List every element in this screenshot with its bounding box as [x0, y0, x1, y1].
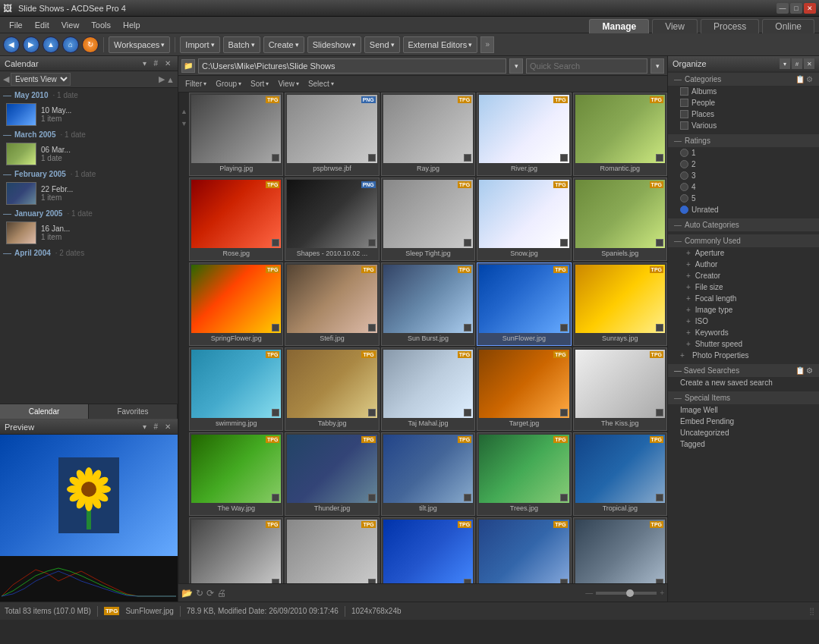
sub-iso[interactable]: ISO: [668, 316, 819, 327]
calendar-month-feb2005[interactable]: — February 2005 · 1 date: [0, 167, 178, 181]
menu-help[interactable]: Help: [117, 19, 146, 31]
expand-icon[interactable]: ▲: [166, 75, 175, 84]
external-editors-dropdown[interactable]: External Editors: [403, 36, 478, 53]
item-checkbox[interactable]: [272, 239, 279, 247]
commonly-used-header[interactable]: Commonly Used: [668, 234, 819, 247]
category-albums[interactable]: Albums: [668, 86, 819, 97]
item-checkbox[interactable]: [560, 409, 568, 416]
item-checkbox[interactable]: [272, 154, 279, 162]
nav-left-icon[interactable]: ◀: [3, 74, 9, 84]
grid-item-the-kiss-jpg[interactable]: TPGThe Kiss.jpg: [573, 347, 667, 431]
organize-menu-icon[interactable]: ▾: [780, 58, 790, 69]
tab-calendar[interactable]: Calendar: [0, 404, 89, 419]
grid-item-river-jpg[interactable]: TPGRiver.jpg: [477, 93, 571, 176]
home-button[interactable]: ⌂: [62, 36, 79, 53]
grid-item-trees-jpg[interactable]: TPGTrees.jpg: [477, 432, 571, 516]
grid-item-thunder-jpg[interactable]: TPGThunder.jpg: [285, 432, 379, 516]
rating-5[interactable]: 5: [668, 193, 819, 204]
search-dropdown-btn[interactable]: ▾: [650, 58, 664, 74]
item-checkbox[interactable]: [464, 494, 471, 501]
calendar-pin-icon[interactable]: #: [151, 58, 160, 68]
radio-4[interactable]: [680, 183, 688, 191]
item-checkbox[interactable]: [368, 409, 376, 416]
categories-add-icon[interactable]: 📋: [795, 75, 805, 83]
grid-item-rose-jpg[interactable]: TPGRose.jpg: [189, 177, 283, 261]
tab-process[interactable]: Process: [701, 19, 759, 33]
item-checkbox[interactable]: [656, 239, 663, 247]
sub-imagetype[interactable]: Image type: [668, 304, 819, 316]
calendar-month-mar2005[interactable]: — March 2005 · 1 date: [0, 127, 178, 141]
calendar-month-apr2004[interactable]: — April 2004 · 2 dates: [0, 246, 178, 259]
radio-unrated[interactable]: [680, 206, 688, 214]
grid-item-stefi-jpg[interactable]: TPGStefi.jpg: [285, 262, 379, 346]
grid-item-sunflower-jpg[interactable]: TPGSunFlower.jpg: [477, 262, 571, 346]
checkbox-various[interactable]: [680, 121, 688, 130]
sub-focallength[interactable]: Focal length: [668, 293, 819, 304]
minimize-button[interactable]: —: [776, 3, 789, 14]
zoom-slider[interactable]: [596, 592, 657, 595]
calendar-item-may10[interactable]: 10 May... 1 item: [0, 102, 178, 127]
calendar-menu-icon[interactable]: ▾: [140, 58, 149, 68]
category-people[interactable]: People: [668, 97, 819, 108]
preview-menu-icon[interactable]: ▾: [140, 422, 149, 432]
sub-shutterspeed[interactable]: Shutter speed: [668, 338, 819, 350]
special-embed-pending[interactable]: Embed Pending: [668, 416, 819, 427]
rating-2[interactable]: 2: [668, 159, 819, 170]
path-input[interactable]: [198, 58, 506, 74]
item-checkbox[interactable]: [560, 324, 568, 331]
item-checkbox[interactable]: [560, 239, 568, 247]
grid-item-up-jpg[interactable]: TPGUp.jpg: [477, 517, 571, 583]
menu-file[interactable]: File: [3, 19, 29, 31]
item-checkbox[interactable]: [368, 239, 376, 247]
calendar-month-may2010[interactable]: — May 2010 · 1 date: [0, 88, 178, 102]
slideshow-dropdown[interactable]: Slideshow: [307, 36, 361, 53]
create-dropdown[interactable]: Create: [263, 36, 304, 53]
special-items-header[interactable]: Special Items: [668, 391, 819, 404]
filter-btn[interactable]: Filter: [181, 79, 210, 89]
item-checkbox[interactable]: [464, 579, 471, 583]
item-checkbox[interactable]: [656, 579, 663, 583]
item-checkbox[interactable]: [464, 154, 471, 162]
grid-down-arrow[interactable]: ▼: [181, 120, 187, 127]
preview-close-icon[interactable]: ✕: [162, 422, 173, 432]
workspaces-dropdown[interactable]: Workspaces: [109, 36, 170, 53]
grid-item-twins-jpg[interactable]: TPGtwins.jpg: [189, 517, 283, 583]
item-checkbox[interactable]: [464, 239, 471, 247]
calendar-close-icon[interactable]: ✕: [162, 58, 173, 68]
zoom-out-icon[interactable]: —: [585, 589, 593, 597]
sub-creator[interactable]: Creator: [668, 270, 819, 281]
maximize-button[interactable]: □: [790, 3, 802, 14]
item-checkbox[interactable]: [368, 154, 376, 162]
photo-properties[interactable]: + Photo Properties: [668, 350, 819, 361]
calendar-item-jan16[interactable]: 16 Jan... 1 item: [0, 220, 178, 246]
forward-button[interactable]: ▶: [23, 36, 39, 53]
sync-icon[interactable]: ⟳: [206, 588, 214, 598]
item-checkbox[interactable]: [272, 494, 279, 501]
category-various[interactable]: Various: [668, 120, 819, 131]
tab-view[interactable]: View: [652, 19, 698, 33]
group-btn[interactable]: Group: [212, 79, 245, 89]
select-btn[interactable]: Select: [304, 79, 338, 89]
item-checkbox[interactable]: [464, 409, 471, 416]
calendar-item-feb22[interactable]: 22 Febr... 1 item: [0, 181, 178, 206]
search-input[interactable]: [526, 58, 647, 74]
categories-settings-icon[interactable]: ⚙: [806, 75, 813, 83]
grid-item-shapes---2010-10-02----[interactable]: PNGShapes - 2010.10.02 ...: [285, 177, 379, 261]
saved-searches-settings-icon[interactable]: ⚙: [806, 366, 813, 375]
grid-item-underwater-jpg[interactable]: TPGUnderwater.jpg: [381, 517, 475, 583]
special-uncategorized[interactable]: Uncategorized: [668, 427, 819, 438]
grid-item-uncle-mike-jpg[interactable]: TPGUncle Mike.jpg: [285, 517, 379, 583]
item-checkbox[interactable]: [560, 494, 568, 501]
checkbox-places[interactable]: [680, 110, 688, 118]
item-checkbox[interactable]: [656, 154, 663, 162]
grid-item-sunrays-jpg[interactable]: TPGSunrays.jpg: [573, 262, 667, 346]
sub-author[interactable]: Author: [668, 259, 819, 270]
back-button[interactable]: ◀: [3, 36, 20, 53]
folder-up-icon[interactable]: 📂: [181, 588, 193, 598]
organize-pin-icon[interactable]: #: [792, 58, 802, 69]
item-checkbox[interactable]: [656, 409, 663, 416]
menu-view[interactable]: View: [55, 19, 86, 31]
auto-categories-header[interactable]: Auto Categories: [668, 218, 819, 231]
grid-item-romantic-jpg[interactable]: TPGRomantic.jpg: [573, 93, 667, 176]
tab-manage[interactable]: Manage: [589, 19, 649, 33]
